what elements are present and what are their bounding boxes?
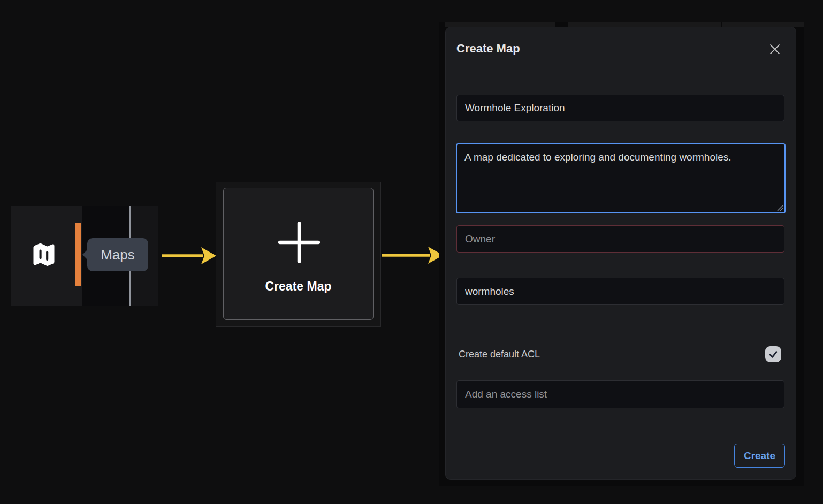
background-tabs-strip [445, 22, 804, 27]
create-button[interactable]: Create [734, 444, 785, 468]
maps-list-panel: Create Map [216, 182, 381, 327]
modal-backdrop-panel: Create Map A map dedicated to exploring … [439, 22, 804, 486]
flow-arrow-2 [380, 245, 445, 266]
close-icon[interactable] [768, 43, 781, 56]
map-name-input[interactable] [456, 95, 784, 121]
acl-label: Create default ACL [459, 349, 540, 360]
acl-row: Create default ACL [459, 346, 781, 362]
flow-arrow-1 [159, 245, 218, 266]
plus-icon [278, 222, 320, 263]
active-nav-indicator [75, 223, 81, 286]
background-tab-divider [721, 22, 722, 27]
modal-title: Create Map [456, 27, 520, 70]
acl-checkbox[interactable] [765, 346, 781, 362]
maps-tooltip-label: Maps [101, 247, 135, 263]
sidebar-snippet: Maps [11, 206, 158, 306]
maps-tooltip: Maps [87, 238, 148, 271]
create-map-card-label: Create Map [224, 279, 373, 294]
modal-header: Create Map [446, 27, 796, 70]
tooltip-arrow [82, 249, 88, 260]
create-map-modal: Create Map A map dedicated to exploring … [445, 27, 796, 480]
maps-nav-item[interactable] [30, 240, 58, 271]
create-map-card[interactable]: Create Map [223, 188, 374, 320]
access-list-input[interactable] [456, 380, 784, 408]
textarea-resize-handle[interactable] [776, 204, 783, 211]
map-description-textarea[interactable]: A map dedicated to exploring and documen… [456, 143, 786, 213]
map-icon [30, 240, 58, 271]
checkmark-icon [767, 348, 779, 360]
tag-input[interactable] [456, 278, 784, 305]
owner-input[interactable] [456, 225, 784, 253]
background-tab-gap [555, 22, 568, 27]
